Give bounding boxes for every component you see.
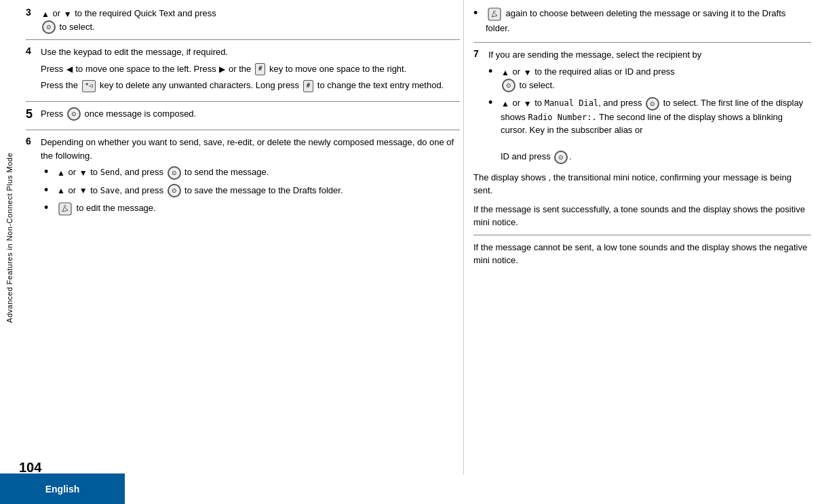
sub-bullet-1: • ▲ or ▼ to the required alias or ID and… [488,65,811,92]
step-6-number: 6 [26,136,41,147]
step-4-number: 4 [26,45,41,56]
arrow-down-3: ▼ [79,185,87,197]
para-1: The display shows , the transitional min… [473,171,811,197]
arrow-down-2: ▼ [79,167,87,179]
main-content-left: 3 ▲ or ▼ to the required Quick Text and … [19,0,467,475]
ok-icon-7-3: ⊙ [554,151,568,164]
step-7-number: 7 [473,48,488,59]
sub-bullet-2-text: ▲ or ▼ to Manual Dial, and press ⊙ to se… [501,96,811,164]
english-label: English [45,484,80,495]
ok-button-icon-5: ⊙ [67,107,81,121]
ok-icon-7-1: ⊙ [502,79,515,92]
sidebar: Advanced Features in Non-Connect Plus Mo… [0,0,19,475]
step-7-text: If you are sending the message, select t… [488,48,701,62]
bullet-dot-3: • [44,201,54,214]
step-5-text: Press ⊙ once message is composed. [41,107,460,121]
sub-bullet-1-text: ▲ or ▼ to the required alias or ID and p… [501,65,675,92]
bullet-edit-text: to edit the message. [56,201,156,216]
left-arrow-icon: ◀ [66,63,73,75]
ok-icon-7-2: ⊙ [646,97,659,111]
right-divider-2 [473,235,811,235]
bullet-dot-1: • [44,166,54,178]
star-key-icon: *◁ [82,80,96,92]
divider-3 [26,130,460,130]
edit-pen-icon-right [487,7,502,22]
step-6-bullets: • ▲ or ▼ to Send, and press ⊙ to send th… [44,166,460,216]
right-arrow-icon: ▶ [219,63,225,75]
bullet-send-text: ▲ or ▼ to Send, and press ⊙ to send the … [56,166,269,180]
right-divider-1 [473,42,811,43]
para-2: If the message is sent successfully, a t… [473,203,811,229]
step-3-text: ▲ or ▼ to the required Quick Text and pr… [41,8,216,18]
step-7-header: 7 If you are sending the message, select… [473,48,811,62]
arrow-up-2: ▲ [57,167,65,179]
step-7: 7 If you are sending the message, select… [473,48,811,267]
arrow-down-s2: ▼ [524,98,532,110]
bullet-again-block: • again to choose between deleting the m… [473,7,811,35]
hash-key-icon-2: # [303,80,313,92]
bullet-edit: • to edit the message. [44,201,460,216]
bullet-dot-2: • [44,184,54,196]
arrow-up-s2: ▲ [501,98,509,110]
step-4-text-3: Press the *◁ key to delete any unwanted … [41,79,460,92]
arrow-up-icon: ▲ [41,8,50,20]
step-5-number: 5 [26,107,41,121]
svg-rect-1 [488,8,501,20]
bullet-again-dot: • [473,7,483,19]
ok-icon-send: ⊙ [168,166,181,180]
divider-1 [26,39,460,40]
divider-2 [26,101,460,102]
edit-pen-icon [58,201,73,216]
step-6-text: Depending on whether you want to send, s… [41,136,460,162]
sub-bullet-2: • ▲ or ▼ to Manual Dial, and press ⊙ to … [488,96,811,164]
step-6-content: Depending on whether you want to send, s… [41,136,460,220]
ok-button-icon: ⊙ [42,20,56,34]
arrow-down-s1: ▼ [524,66,532,79]
sub-bullet-dot-1: • [488,65,498,77]
bullet-again-text: again to choose between deleting the mes… [486,7,811,35]
step-6: 6 Depending on whether you want to send,… [26,136,460,220]
hash-key-icon: # [255,63,265,75]
svg-rect-0 [59,203,71,215]
step-7-bullets: • ▲ or ▼ to the required alias or ID and… [488,65,811,164]
save-mono: Save [100,186,120,195]
step-3-content: ▲ or ▼ to the required Quick Text and pr… [41,7,460,34]
send-mono: Send [100,168,120,177]
step-4-text-1: Use the keypad to edit the message, if r… [41,45,460,59]
sidebar-label: Advanced Features in Non-Connect Plus Mo… [5,153,14,323]
manual-dial-mono: Manual Dial [545,98,598,108]
main-content-right: • again to choose between deleting the m… [467,0,818,475]
arrow-up-s1: ▲ [501,66,509,79]
step-5: 5 Press ⊙ once message is composed. [26,107,460,125]
arrow-down-icon: ▼ [64,8,72,20]
bullet-save-text: ▲ or ▼ to Save, and press ⊙ to save the … [56,184,343,198]
english-bar[interactable]: English [0,473,125,504]
radio-number-mono: Radio Number:. [528,113,596,122]
step-3-number: 3 [26,7,41,18]
para-3: If the message cannot be sent, a low ton… [473,241,811,267]
step-4-text-2: Press ◀ to move one space to the left. P… [41,62,460,76]
step-4: 4 Use the keypad to edit the message, if… [26,45,460,96]
arrow-up-3: ▲ [57,185,65,197]
step-5-content: Press ⊙ once message is composed. [41,107,460,125]
bullet-send: • ▲ or ▼ to Send, and press ⊙ to send th… [44,166,460,180]
step-3: 3 ▲ or ▼ to the required Quick Text and … [26,7,460,34]
ok-icon-save: ⊙ [168,184,181,197]
step-4-content: Use the keypad to edit the message, if r… [41,45,460,96]
bullet-save: • ▲ or ▼ to Save, and press ⊙ to save th… [44,184,460,198]
sub-bullet-dot-2: • [488,96,498,109]
